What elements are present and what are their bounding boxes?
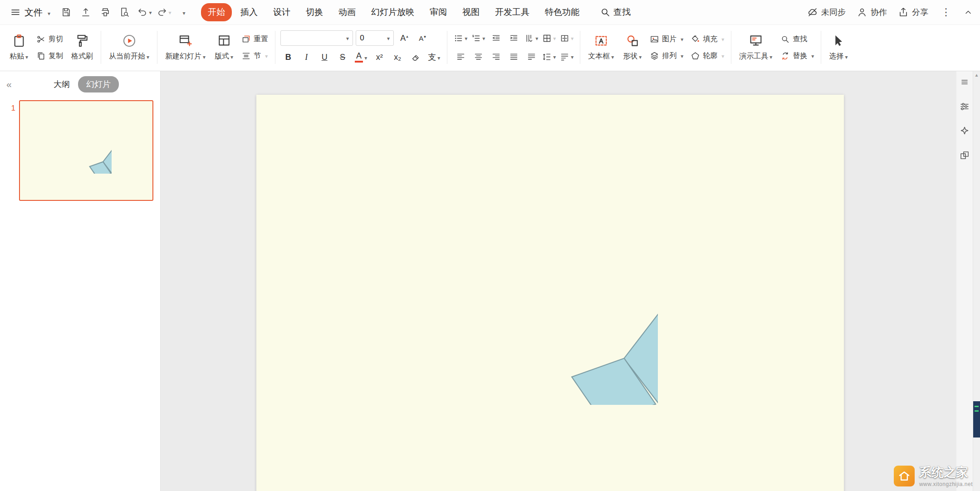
arrange-button[interactable]: 排列 [648, 50, 685, 62]
arrange-label: 排列 [662, 51, 676, 61]
tab-transition[interactable]: 切换 [299, 3, 330, 21]
caret-down-icon [720, 52, 724, 60]
effects-button[interactable] [958, 125, 971, 137]
justify-button[interactable] [505, 49, 522, 64]
ribbon-separator [731, 31, 731, 64]
ribbon-toolbar: 粘贴 剪切 复制 格式刷 从当前开始 新建幻灯片 [0, 25, 980, 71]
collaborate-button[interactable]: 协作 [857, 7, 887, 18]
bold-button[interactable]: B [280, 50, 296, 64]
find-label: 查找 [793, 34, 807, 44]
character-tool-button[interactable]: 支 [426, 50, 442, 64]
line-spacing-button[interactable] [541, 49, 557, 64]
vertical-scrollbar[interactable] [973, 71, 980, 491]
fill-button[interactable]: 填充 [689, 34, 726, 45]
menubar-find-button[interactable]: 查找 [600, 6, 631, 18]
tab-animation[interactable]: 动画 [332, 3, 363, 21]
print-button[interactable] [97, 4, 114, 21]
decrease-indent-button[interactable] [488, 31, 504, 45]
new-slide-button[interactable]: 新建幻灯片 [162, 33, 208, 62]
replace-button[interactable]: 替换 [779, 50, 816, 62]
align-right-button[interactable] [488, 49, 504, 64]
paragraph-spacing-button[interactable] [559, 49, 575, 64]
star-shapes[interactable] [458, 205, 658, 405]
tab-view[interactable]: 视图 [456, 3, 486, 21]
caret-down-icon [768, 53, 772, 61]
format-painter-button[interactable]: 格式刷 [69, 33, 96, 62]
subscript-button[interactable]: x₂ [390, 50, 405, 64]
scrollbar-up-button[interactable] [973, 73, 980, 78]
scrollbar-marker[interactable] [973, 401, 980, 438]
columns-button[interactable] [559, 31, 575, 45]
slide-canvas[interactable] [161, 71, 956, 491]
numbered-list-button[interactable] [470, 31, 486, 45]
font-color-button[interactable]: A [353, 50, 369, 64]
tab-developer[interactable]: 开发工具 [488, 3, 536, 21]
redo-button[interactable] [155, 4, 172, 21]
select-button[interactable]: 选择 [826, 33, 850, 62]
presentation-tools-button[interactable]: 演示工具 [736, 33, 775, 62]
share-button[interactable]: 分享 [898, 7, 928, 18]
selection-pane-button[interactable] [958, 149, 971, 162]
collapse-ribbon-button[interactable] [964, 8, 973, 17]
ribbon-separator [821, 31, 821, 64]
tab-slideshow[interactable]: 幻灯片放映 [364, 3, 421, 21]
play-from-current-button[interactable]: 从当前开始 [106, 33, 152, 62]
menubar-right-cluster: 未同步 协作 分享 [807, 6, 973, 18]
slide-thumbnail[interactable] [19, 100, 153, 201]
superscript-button[interactable]: x² [372, 50, 387, 64]
font-family-select[interactable] [280, 30, 353, 46]
decrease-font-size-button[interactable]: A [415, 31, 430, 45]
text-box-button[interactable]: 文本框 [585, 33, 617, 62]
more-menu-button[interactable] [939, 6, 953, 18]
font-size-select[interactable]: 0 [356, 30, 394, 46]
italic-button[interactable]: I [299, 50, 314, 64]
sync-status-button[interactable]: 未同步 [807, 7, 846, 18]
outline-button[interactable]: 轮廓 [689, 50, 726, 62]
undo-button[interactable] [136, 4, 153, 21]
file-menu-button[interactable]: 文件 [7, 5, 53, 20]
table-grid-button[interactable] [541, 31, 557, 45]
text-box-icon [594, 34, 608, 48]
tab-home[interactable]: 开始 [201, 3, 232, 21]
right-side-toolbar [956, 71, 980, 491]
quick-access-toolbar [58, 4, 192, 21]
clear-format-button[interactable] [408, 50, 423, 64]
increase-indent-button[interactable] [505, 31, 522, 45]
object-properties-button[interactable] [958, 100, 971, 113]
text-direction-button[interactable] [523, 31, 539, 45]
find-button[interactable]: 查找 [779, 34, 816, 45]
paste-button[interactable]: 粘贴 [7, 33, 31, 62]
new-slide-label: 新建幻灯片 [165, 52, 201, 61]
customize-quick-access-button[interactable] [175, 4, 192, 21]
print-preview-button[interactable] [116, 4, 133, 21]
tab-insert[interactable]: 插入 [234, 3, 265, 21]
tab-slides[interactable]: 幻灯片 [78, 76, 119, 92]
collapse-panel-button[interactable] [6, 79, 20, 90]
copy-button[interactable]: 复制 [34, 50, 65, 62]
list-lines-button[interactable] [958, 76, 971, 88]
tab-outline[interactable]: 大纲 [53, 76, 71, 92]
underline-button[interactable]: U [317, 50, 332, 64]
reset-button[interactable]: 重置 [240, 34, 270, 45]
strikethrough-button[interactable]: S [335, 50, 350, 64]
section-button[interactable]: 节 [240, 50, 270, 62]
align-left-button[interactable] [452, 49, 469, 64]
align-center-button[interactable] [470, 49, 486, 64]
distribute-text-button[interactable] [523, 49, 539, 64]
tab-design[interactable]: 设计 [266, 3, 297, 21]
slide-surface[interactable] [256, 95, 844, 491]
shapes-button[interactable]: 形状 [620, 33, 644, 62]
export-icon [80, 7, 91, 18]
cut-button[interactable]: 剪切 [34, 34, 65, 45]
picture-button[interactable]: 图片 [648, 34, 685, 45]
tab-review[interactable]: 审阅 [423, 3, 454, 21]
columns-icon [560, 34, 569, 43]
search-icon [780, 34, 790, 44]
bullet-list-button[interactable] [452, 31, 469, 45]
layout-button[interactable]: 版式 [212, 33, 236, 62]
increase-font-size-button[interactable]: A [397, 31, 412, 45]
paragraph-spacing-icon [560, 52, 569, 62]
save-button[interactable] [58, 4, 75, 21]
export-button[interactable] [77, 4, 94, 21]
tab-special-features[interactable]: 特色功能 [538, 3, 586, 21]
